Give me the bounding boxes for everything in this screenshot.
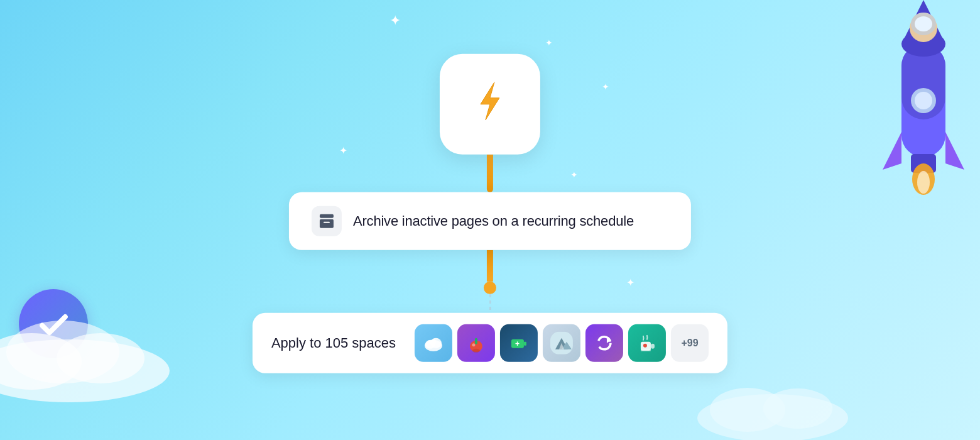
space-icon-tomato[interactable] <box>457 324 495 362</box>
svg-point-20 <box>915 16 932 31</box>
archive-card[interactable]: Archive inactive pages on a recurring sc… <box>289 192 691 250</box>
lightning-icon <box>468 79 512 129</box>
archive-label: Archive inactive pages on a recurring sc… <box>353 213 634 229</box>
connector-mid <box>487 250 493 282</box>
connector-dot <box>484 282 496 294</box>
connector-bottom <box>489 294 491 313</box>
svg-marker-13 <box>883 132 901 170</box>
svg-point-33 <box>472 349 480 353</box>
connector-top <box>487 155 493 192</box>
rocket-illustration <box>848 0 980 245</box>
space-icon-cloud[interactable] <box>415 324 452 362</box>
space-icon-coffee[interactable] <box>628 324 666 362</box>
svg-marker-14 <box>945 132 964 170</box>
svg-point-32 <box>472 343 476 346</box>
archive-icon <box>312 206 342 236</box>
spaces-icons-list: + <box>415 324 709 362</box>
svg-rect-24 <box>324 222 330 223</box>
space-icon-battery[interactable]: + <box>500 324 538 362</box>
spaces-card[interactable]: Apply to 105 spaces <box>253 313 727 373</box>
svg-point-46 <box>643 344 647 348</box>
cloud-right <box>691 377 854 440</box>
svg-point-17 <box>917 171 930 194</box>
space-icon-mountain[interactable] <box>543 324 580 362</box>
cloud-left <box>0 314 176 402</box>
svg-point-12 <box>915 92 932 109</box>
svg-rect-31 <box>475 338 477 344</box>
svg-point-41 <box>598 337 611 349</box>
svg-rect-23 <box>320 219 334 228</box>
svg-point-29 <box>429 341 433 344</box>
more-count-label: +99 <box>681 338 698 349</box>
svg-rect-22 <box>320 214 334 218</box>
svg-marker-21 <box>481 82 499 119</box>
main-content: Archive inactive pages on a recurring sc… <box>253 54 727 373</box>
svg-rect-35 <box>524 342 526 346</box>
svg-rect-44 <box>651 344 655 349</box>
svg-point-6 <box>763 388 832 429</box>
svg-text:+: + <box>515 339 520 348</box>
svg-rect-45 <box>641 349 651 351</box>
spaces-label: Apply to 105 spaces <box>271 335 396 351</box>
sparkle-1: ✦ <box>389 13 401 29</box>
svg-point-3 <box>6 321 119 383</box>
lightning-card <box>440 54 540 155</box>
space-icon-more[interactable]: +99 <box>671 324 709 362</box>
sparkle-2: ✦ <box>545 38 553 48</box>
space-icon-refresh[interactable] <box>585 324 623 362</box>
